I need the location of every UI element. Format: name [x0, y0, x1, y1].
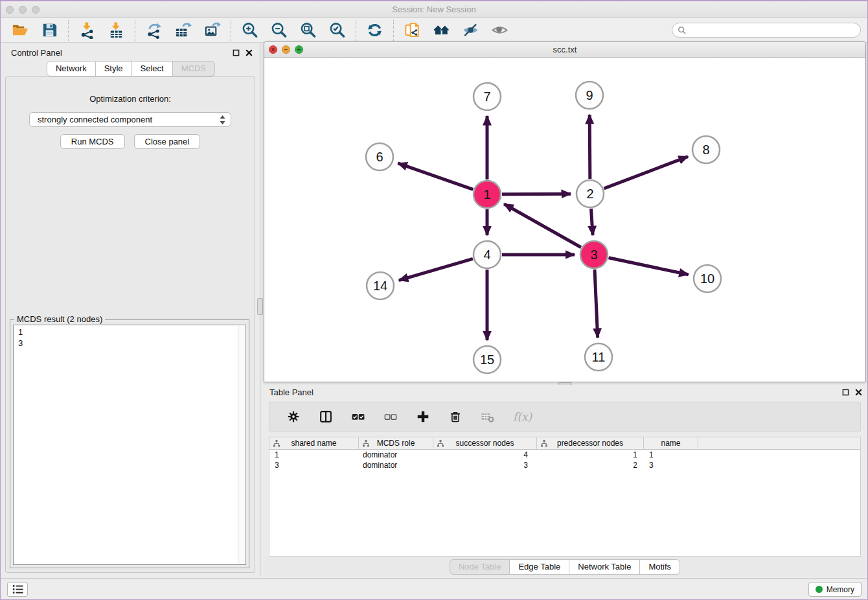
edge-1-to-6[interactable]	[398, 163, 473, 190]
edge-2-to-3[interactable]	[591, 209, 593, 235]
graph-node-label-10: 10	[700, 271, 714, 286]
open-file-button[interactable]	[10, 20, 30, 40]
cell-successor-nodes[interactable]: 3	[433, 460, 537, 470]
zoom-out-button[interactable]	[269, 20, 289, 40]
run-mcds-button[interactable]: Run MCDS	[60, 134, 125, 149]
cell-name[interactable]: 1	[644, 450, 698, 460]
search-input[interactable]	[689, 25, 855, 36]
result-scrollbar[interactable]	[238, 326, 245, 564]
delete-table-icon	[481, 410, 495, 424]
table-tabs-bar: Node TableEdge TableNetwork TableMotifs	[264, 557, 866, 577]
column-header-filler	[698, 437, 860, 449]
select-all-checkboxes-button[interactable]	[347, 407, 369, 426]
cell-predecessor-nodes[interactable]: 2	[537, 460, 644, 470]
control-panel-header: Control Panel	[5, 45, 257, 61]
column-header-mcds-role[interactable]: MCDS role	[359, 437, 433, 449]
tab-network-table[interactable]: Network Table	[569, 559, 640, 575]
cell-mcds-role[interactable]: dominator	[359, 450, 433, 460]
column-header-successor-nodes[interactable]: successor nodes	[433, 437, 537, 449]
edge-3-to-1[interactable]	[504, 204, 581, 248]
function-builder-button: f(x)	[509, 407, 536, 426]
network-home-button[interactable]	[431, 20, 451, 40]
table-tabs: Node TableEdge TableNetwork TableMotifs	[450, 559, 680, 575]
mcds-result-title: MCDS result (2 nodes)	[14, 314, 105, 324]
cell-shared-name[interactable]: 1	[269, 450, 359, 460]
column-header-label: predecessor nodes	[557, 439, 623, 448]
duplicate-network-button[interactable]	[402, 20, 422, 40]
import-network-icon	[78, 21, 96, 39]
tab-network[interactable]: Network	[47, 61, 96, 76]
deselect-all-checkboxes-button[interactable]	[380, 407, 402, 426]
column-header-label: name	[661, 439, 680, 448]
delete-column-button[interactable]	[444, 407, 466, 426]
tab-select[interactable]: Select	[132, 61, 173, 76]
delete-column-icon	[448, 410, 463, 424]
close-table-panel-icon[interactable]	[855, 389, 862, 396]
tab-motifs[interactable]: Motifs	[640, 559, 680, 575]
main-toolbar	[1, 18, 867, 43]
import-network-button[interactable]	[77, 20, 97, 40]
export-image-button[interactable]	[202, 20, 222, 40]
search-box[interactable]	[672, 23, 861, 38]
column-visibility-icon	[319, 410, 333, 424]
column-header-name[interactable]: name	[644, 437, 698, 449]
table-settings-gear-button[interactable]	[282, 407, 304, 426]
refresh-view-button[interactable]	[365, 20, 385, 40]
table-panel: Table Panel f(x) shared nameMCDS rolesuc…	[264, 385, 866, 577]
column-header-predecessor-nodes[interactable]: predecessor nodes	[537, 437, 644, 449]
show-graphics-details-icon	[491, 21, 508, 39]
network-window-titlebar: × − + scc.txt	[264, 42, 865, 58]
mcds-result-text: 1 3	[14, 325, 237, 564]
edge-2-to-8[interactable]	[604, 157, 688, 189]
float-table-panel-icon[interactable]	[842, 389, 849, 396]
add-column-button[interactable]	[412, 407, 434, 426]
column-namespace-icon	[540, 439, 548, 450]
tab-edge-table[interactable]: Edge Table	[510, 559, 569, 575]
cell-shared-name[interactable]: 3	[269, 460, 359, 470]
task-history-button[interactable]	[7, 582, 28, 597]
edge-1-to-2[interactable]	[502, 194, 571, 194]
save-session-button[interactable]	[40, 20, 60, 40]
edge-3-to-11[interactable]	[595, 270, 598, 338]
show-graphics-details-button[interactable]	[490, 20, 510, 40]
cell-predecessor-nodes[interactable]: 1	[537, 450, 644, 460]
cell-successor-nodes[interactable]: 4	[433, 450, 537, 460]
column-header-shared-name[interactable]: shared name	[269, 437, 359, 449]
open-file-icon	[12, 21, 29, 39]
tab-style[interactable]: Style	[96, 61, 132, 76]
export-table-button[interactable]	[173, 20, 193, 40]
zoom-in-button[interactable]	[240, 20, 260, 40]
cell-mcds-role[interactable]: dominator	[359, 460, 433, 470]
optimization-criterion-select[interactable]: strongly connected component	[29, 112, 231, 127]
table-panel-header: Table Panel	[264, 385, 866, 400]
tab-mcds[interactable]: MCDS	[173, 61, 215, 76]
hide-graphics-details-button[interactable]	[461, 20, 481, 40]
mcds-panel: Optimization criterion: strongly connect…	[5, 76, 255, 573]
edge-2-to-9[interactable]	[589, 115, 590, 179]
import-table-button[interactable]	[106, 20, 126, 40]
memory-button[interactable]: Memory	[808, 582, 862, 597]
column-visibility-button[interactable]	[315, 407, 337, 426]
zoom-fit-button[interactable]	[298, 20, 318, 40]
export-network-button[interactable]	[144, 20, 164, 40]
graph-node-label-14: 14	[373, 279, 387, 293]
column-header-label: MCDS role	[377, 439, 415, 448]
close-panel-button[interactable]: Close panel	[134, 134, 201, 149]
toolbar-separator	[356, 20, 356, 41]
toolbar-separator	[68, 20, 69, 41]
network-canvas[interactable]: 7968124314101511	[264, 58, 865, 382]
export-network-icon	[145, 21, 163, 39]
table-row-1[interactable]: 1dominator411	[269, 450, 860, 460]
float-panel-icon[interactable]	[233, 49, 240, 56]
edge-4-to-14[interactable]	[399, 259, 473, 280]
tab-node-table[interactable]: Node Table	[450, 559, 510, 575]
edge-3-to-10[interactable]	[609, 258, 689, 275]
close-panel-icon[interactable]	[246, 49, 253, 56]
zoom-selected-button[interactable]	[327, 20, 347, 40]
graph-node-label-4: 4	[483, 248, 490, 262]
table-row-2[interactable]: 3dominator323	[269, 460, 860, 470]
hide-graphics-details-icon	[462, 21, 479, 39]
vertical-splitter-grip[interactable]	[257, 298, 263, 315]
zoom-in-icon	[241, 21, 258, 39]
cell-name[interactable]: 3	[644, 460, 698, 470]
